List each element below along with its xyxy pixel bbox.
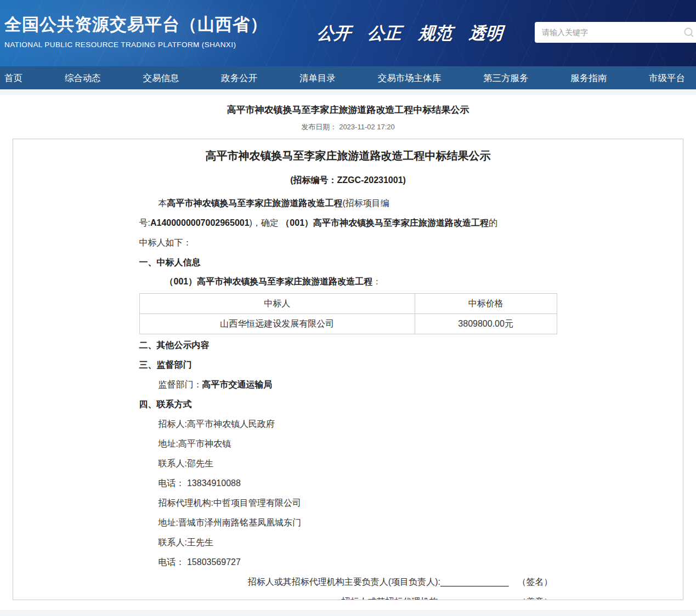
slogan-word: 公正 (367, 22, 403, 45)
nav-item-news[interactable]: 综合动态 (65, 66, 101, 89)
project-code: A1400000007002965001 (150, 218, 250, 227)
tenderer-line: 招标人:高平市神农镇人民政府 (139, 414, 557, 434)
agency-line: 招标代理机构:中哲项目管理有限公司 (139, 493, 557, 513)
tenderer-contact-line: 联系人:邵先生 (139, 454, 557, 474)
signature-block: 招标人或其招标代理机构主要负责人(项目负责人):______________（签… (139, 572, 557, 600)
site-brand: 全国公共资源交易平台（山西省） NATIONAL PUBLIC RESOURCE… (4, 13, 268, 49)
section-1-title: 一、中标人信息 (139, 253, 557, 272)
publish-date: 发布日期：2023-11-02 17:20 (0, 122, 696, 132)
intro-line-3: 中标人如下： (139, 233, 557, 253)
tender-number-line: (招标编号：ZZGC-20231001) (139, 175, 557, 186)
search-icon[interactable] (683, 27, 694, 38)
site-title-en: NATIONAL PUBLIC RESOURCE TRADING PLATFOR… (4, 41, 268, 49)
table-header-row: 中标人 中标价格 (139, 294, 557, 314)
winner-name-cell: 山西华恒远建设发展有限公司 (139, 314, 415, 334)
agency-contact-line: 联系人:王先生 (139, 533, 557, 552)
announcement-body: 高平市神农镇换马至李家庄旅游道路改造工程中标结果公示 (招标编号：ZZGC-20… (139, 149, 557, 600)
bid-result-table: 中标人 中标价格 山西华恒远建设发展有限公司 3809800.00元 (139, 293, 557, 334)
tenderer-phone-line: 电话： 13834910088 (139, 474, 557, 493)
col-header-price: 中标价格 (415, 294, 557, 314)
supervisor-value: 高平市交通运输局 (202, 380, 273, 389)
slogan-word: 公开 (316, 22, 352, 45)
signature-line-1: 招标人或其招标代理机构主要负责人(项目负责人):______________（签… (139, 572, 557, 592)
nav-item-trade-info[interactable]: 交易信息 (143, 66, 179, 89)
content-panel: 高平市神农镇换马至李家庄旅游道路改造工程中标结果公示 发布日期：2023-11-… (0, 95, 696, 610)
nav-item-city-platform[interactable]: 市级平台 (649, 66, 685, 89)
intro-line-2: 号:A1400000007002965001)，确定 （001）高平市神农镇换马… (139, 213, 557, 233)
search-box (535, 22, 696, 43)
publish-date-value: 2023-11-02 17:20 (339, 123, 395, 131)
table-row: 山西华恒远建设发展有限公司 3809800.00元 (139, 314, 557, 334)
nav-item-gov-public[interactable]: 政务公开 (221, 66, 257, 89)
section-1-subtitle: （001）高平市神农镇换马至李家庄旅游道路改造工程： (139, 272, 557, 290)
site-title-cn: 全国公共资源交易平台（山西省） (4, 13, 268, 36)
section-2-title: 二、其他公示内容 (139, 335, 557, 355)
nav-item-service-guide[interactable]: 服务指南 (570, 66, 607, 89)
search-input[interactable] (535, 22, 696, 43)
contact-info: 招标人:高平市神农镇人民政府 地址:高平市神农镇 联系人:邵先生 电话： 138… (139, 414, 557, 572)
publish-date-label: 发布日期： (301, 123, 337, 131)
document-title: 高平市神农镇换马至李家庄旅游道路改造工程中标结果公示 (139, 149, 557, 163)
section-3-title: 三、监督部门 (139, 355, 557, 375)
supervisor-line: 监督部门：高平市交通运输局 (139, 375, 557, 395)
announcement-box: 高平市神农镇换马至李家庄旅游道路改造工程中标结果公示 (招标编号：ZZGC-20… (13, 139, 683, 600)
nav-item-list-catalog[interactable]: 清单目录 (299, 66, 336, 89)
slogan-word: 透明 (468, 22, 504, 45)
nav-item-third-party[interactable]: 第三方服务 (483, 66, 529, 89)
page-title: 高平市神农镇换马至李家庄旅游道路改造工程中标结果公示 (0, 104, 696, 116)
nav-item-home[interactable]: 首页 (4, 66, 22, 89)
supervisor-label: 监督部门： (159, 380, 202, 389)
project-name: 高平市神农镇换马至李家庄旅游道路改造工程 (167, 198, 343, 208)
nav-item-market-subjects[interactable]: 交易市场主体库 (378, 66, 442, 89)
main-nav: 首页 综合动态 交易信息 政务公开 清单目录 交易市场主体库 第三方服务 服务指… (0, 66, 696, 89)
col-header-winner: 中标人 (139, 294, 415, 314)
section-name: （001）高平市神农镇换马至李家庄旅游道路改造工程 (281, 218, 489, 227)
section-4-title: 四、联系方式 (139, 395, 557, 414)
signature-line-2: 招标人或其招标代理机构:______________（盖章） (139, 592, 557, 600)
intro-line-1: 本高平市神农镇换马至李家庄旅游道路改造工程(招标项目编 (139, 193, 557, 213)
agency-phone-line: 电话： 15803569727 (139, 552, 557, 572)
agency-address-line: 地址:晋城市泽州南路铭基凤凰城东门 (139, 513, 557, 533)
tenderer-address-line: 地址:高平市神农镇 (139, 434, 557, 454)
winner-price-cell: 3809800.00元 (415, 314, 557, 334)
intro-paragraph: 本高平市神农镇换马至李家庄旅游道路改造工程(招标项目编 号:A140000000… (139, 193, 557, 253)
slogan-banner: 公开 公正 规范 透明 (317, 22, 517, 45)
site-banner: 全国公共资源交易平台（山西省） NATIONAL PUBLIC RESOURCE… (0, 0, 696, 66)
slogan-word: 规范 (417, 22, 453, 45)
